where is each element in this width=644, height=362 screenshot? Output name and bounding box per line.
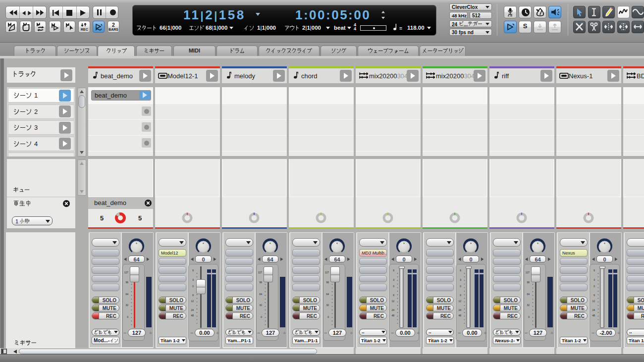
- svg-text:REC: REC: [81, 28, 88, 31]
